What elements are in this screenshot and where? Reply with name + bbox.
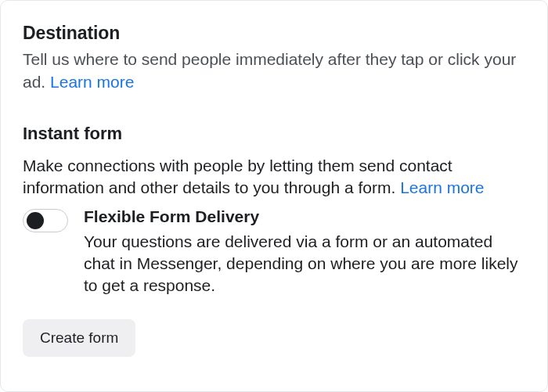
toggle-knob xyxy=(27,212,44,229)
destination-section: Destination Tell us where to send people… xyxy=(23,23,525,94)
flexible-delivery-title: Flexible Form Delivery xyxy=(84,207,525,226)
instant-form-heading: Instant form xyxy=(23,124,525,144)
instant-form-learn-more-link[interactable]: Learn more xyxy=(400,178,484,196)
flexible-delivery-content: Flexible Form Delivery Your questions ar… xyxy=(84,207,525,297)
destination-settings-card: Destination Tell us where to send people… xyxy=(0,0,548,392)
destination-description: Tell us where to send people immediately… xyxy=(23,49,525,94)
instant-form-section: Instant form Make connections with peopl… xyxy=(23,124,525,357)
flexible-delivery-row: Flexible Form Delivery Your questions ar… xyxy=(23,207,525,297)
instant-form-description-text: Make connections with people by letting … xyxy=(23,156,452,196)
instant-form-description: Make connections with people by letting … xyxy=(23,155,525,200)
destination-heading: Destination xyxy=(23,23,525,44)
flexible-delivery-toggle[interactable] xyxy=(23,209,68,232)
flexible-delivery-description: Your questions are delivered via a form … xyxy=(84,231,525,297)
destination-learn-more-link[interactable]: Learn more xyxy=(50,73,134,91)
instant-form-actions: Create form xyxy=(23,319,525,357)
create-form-button[interactable]: Create form xyxy=(23,319,135,357)
